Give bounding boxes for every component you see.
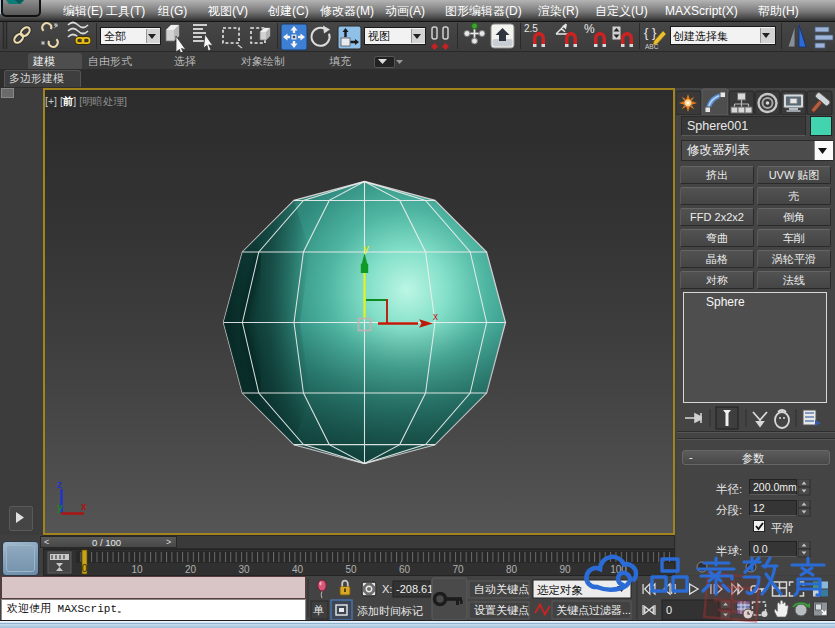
svg-text:z: z [57, 479, 62, 490]
svg-text:ABC: ABC [645, 43, 659, 50]
svg-text:自动关键点: 自动关键点 [474, 583, 529, 595]
svg-text:2.5: 2.5 [524, 23, 538, 34]
svg-text:x: x [433, 311, 438, 322]
svg-text:20: 20 [185, 564, 197, 575]
svg-text:选定对象: 选定对象 [537, 584, 583, 596]
svg-text:-208.61: -208.61 [396, 583, 433, 595]
svg-text:10: 10 [131, 564, 143, 575]
svg-text:x: x [81, 501, 87, 512]
svg-text:0: 0 [82, 563, 88, 574]
svg-text:30: 30 [238, 564, 250, 575]
svg-text:{ }: { } [644, 25, 657, 40]
svg-text:40: 40 [292, 564, 304, 575]
svg-text:添加时间标记: 添加时间标记 [357, 605, 423, 617]
svg-text:设置关键点: 设置关键点 [474, 604, 529, 616]
svg-text:y: y [57, 502, 63, 513]
svg-text:单: 单 [313, 604, 324, 616]
svg-text:y: y [364, 242, 370, 254]
svg-text:X:: X: [382, 583, 392, 595]
svg-text:%: % [584, 22, 595, 36]
